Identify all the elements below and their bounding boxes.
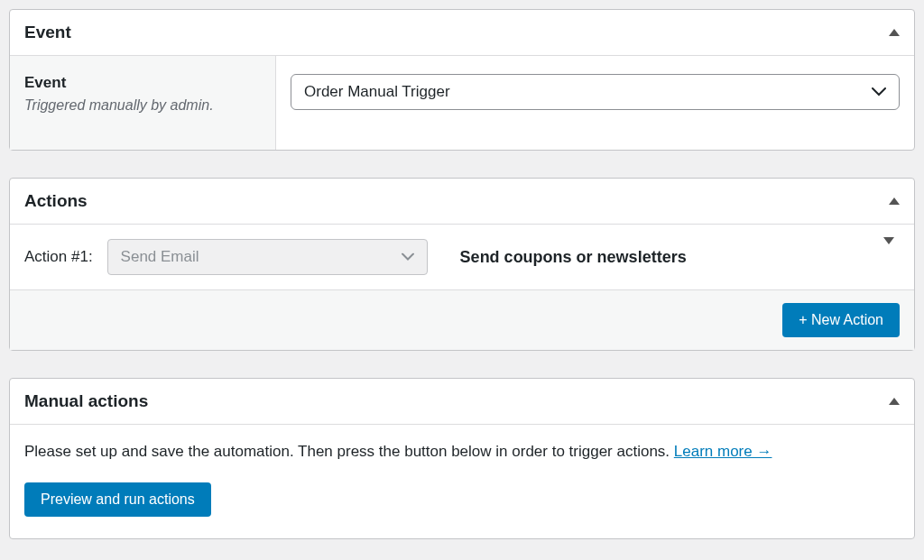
event-field-label: Event (24, 74, 261, 92)
caret-up-icon (889, 398, 900, 405)
manual-instruction-line: Please set up and save the automation. T… (24, 443, 900, 461)
actions-panel-header[interactable]: Actions (10, 179, 914, 225)
preview-run-button[interactable]: Preview and run actions (24, 482, 211, 517)
action-select-value: Send Email (121, 248, 199, 266)
manual-button-row: Preview and run actions (24, 482, 900, 517)
caret-up-icon (889, 197, 900, 205)
event-panel: Event Event Triggered manually by admin.… (9, 9, 915, 151)
action-type-select[interactable]: Send Email (107, 239, 428, 275)
chevron-down-icon (872, 87, 886, 96)
event-description: Triggered manually by admin. (24, 97, 261, 114)
action-row: Action #1: Send Email Send coupons or ne… (10, 225, 914, 290)
caret-up-icon (889, 29, 900, 36)
manual-instruction-text: Please set up and save the automation. T… (24, 443, 674, 460)
manual-panel-header[interactable]: Manual actions (10, 379, 914, 425)
learn-more-link[interactable]: Learn more → (674, 443, 772, 460)
caret-down-icon[interactable] (883, 237, 894, 244)
chevron-down-icon (402, 253, 414, 262)
event-select[interactable]: Order Manual Trigger (291, 74, 900, 110)
actions-heading: Actions (24, 191, 88, 211)
event-content: Order Manual Trigger (276, 56, 914, 150)
new-action-button[interactable]: + New Action (782, 303, 900, 337)
event-body: Event Triggered manually by admin. Order… (10, 56, 914, 150)
actions-panel: Actions Action #1: Send Email Send coupo… (9, 178, 915, 351)
manual-body: Please set up and save the automation. T… (10, 425, 914, 538)
actions-footer: + New Action (10, 290, 914, 350)
event-panel-header[interactable]: Event (10, 10, 914, 56)
manual-actions-panel: Manual actions Please set up and save th… (9, 378, 915, 539)
action-title: Send coupons or newsletters (460, 248, 687, 267)
manual-heading: Manual actions (24, 391, 148, 411)
action-number-label: Action #1: (24, 248, 93, 266)
event-select-value: Order Manual Trigger (304, 83, 450, 101)
event-heading: Event (24, 23, 71, 42)
event-sidebar: Event Triggered manually by admin. (10, 56, 276, 150)
